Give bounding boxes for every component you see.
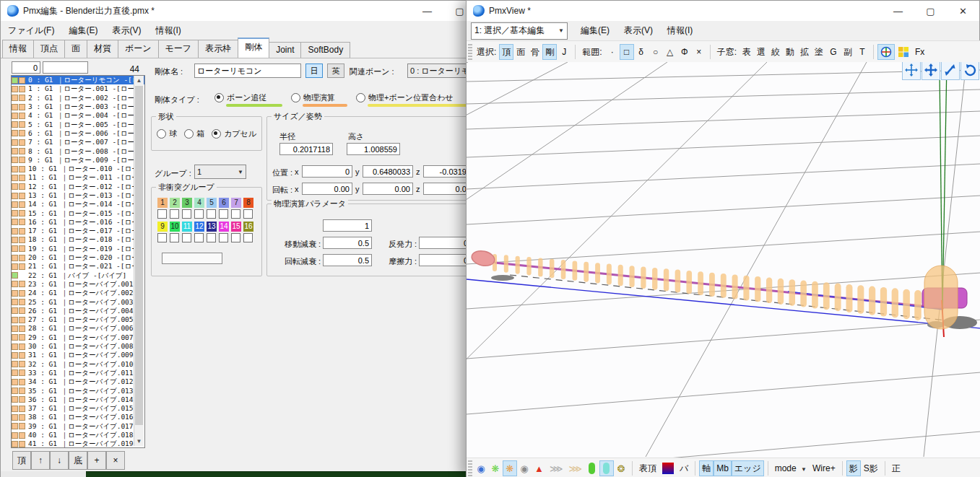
- rigidbody-list-item[interactable]: 25 : G1 ｜ローターバイブ.003 -: [12, 297, 144, 306]
- rigidbody-list-item[interactable]: 2 : G1 ｜ローター.002 -[ロー: [12, 94, 144, 102]
- childwin-button-絞[interactable]: 絞: [768, 44, 783, 60]
- point-gray-icon[interactable]: ◉: [517, 460, 532, 476]
- rigidbody-list-item[interactable]: 27 : G1 ｜ローターバイブ.005 -: [12, 315, 144, 324]
- menu-item-1[interactable]: 編集(E): [61, 22, 105, 40]
- select-button-剛[interactable]: 剛: [542, 44, 557, 60]
- shape-option-1[interactable]: 箱: [184, 128, 204, 139]
- range-button-□[interactable]: □: [620, 44, 634, 60]
- rigidbody-type-0[interactable]: ボーン追従: [214, 92, 267, 103]
- rigidbody-list-item[interactable]: 23 : G1 ｜ローターバイブ.001 -: [12, 280, 144, 289]
- name-en-button[interactable]: 英: [327, 64, 344, 78]
- range-button-δ[interactable]: δ: [634, 44, 649, 60]
- range-button-×[interactable]: ×: [692, 44, 706, 60]
- menu-item-2[interactable]: 表示(V): [105, 22, 148, 40]
- tab-モーフ[interactable]: モーフ: [158, 40, 199, 58]
- rigidbody-list-item[interactable]: 35 : G1 ｜ローターバイブ.013 -: [12, 386, 144, 395]
- edge-gray-icon[interactable]: ⋙: [547, 460, 566, 476]
- list-button-×[interactable]: ×: [106, 451, 125, 470]
- rigidbody-list-item[interactable]: 26 : G1 ｜ローターバイブ.004 -: [12, 307, 144, 315]
- rigidbody-list-item[interactable]: 4 : G1 ｜ローター.004 -[ロー: [12, 111, 144, 120]
- rigidbody-list-item[interactable]: 39 : G1 ｜ローターバイブ.017 -: [12, 422, 144, 431]
- view-pan-button[interactable]: [902, 62, 921, 80]
- shape-option-0[interactable]: 球: [157, 128, 177, 139]
- rigidbody-list-item[interactable]: 37 : G1 ｜ローターバイブ.015 -: [12, 404, 144, 413]
- pmx-edit-titlebar[interactable]: Pmx編集 - Blender出力直後.pmx * — ▢: [1, 1, 476, 21]
- tab-剛体[interactable]: 剛体: [238, 38, 269, 58]
- viewport-3d[interactable]: [467, 62, 980, 458]
- toggle-エッジ[interactable]: エッジ: [732, 460, 764, 476]
- rigidbody-type-1[interactable]: 物理演算: [291, 92, 335, 103]
- friction-input[interactable]: [419, 254, 471, 266]
- select-button-面[interactable]: 面: [513, 44, 528, 60]
- rigidbody-list-item[interactable]: 32 : G1 ｜ローターバイブ.010 -: [12, 360, 144, 369]
- noncollision-checkbox[interactable]: [194, 209, 204, 219]
- view-zoom-button[interactable]: [941, 62, 960, 80]
- shadow-S影[interactable]: S影: [861, 460, 881, 476]
- tab-面[interactable]: 面: [64, 40, 87, 58]
- front-view-button[interactable]: 正: [889, 460, 903, 476]
- tab-Joint[interactable]: Joint: [269, 42, 301, 58]
- noncollision-checkbox[interactable]: [182, 209, 191, 219]
- index-input[interactable]: [12, 61, 40, 74]
- pos-x-input[interactable]: [302, 165, 352, 178]
- range-button-○[interactable]: ○: [649, 44, 663, 60]
- toggle-軸[interactable]: 軸: [699, 460, 714, 476]
- rigidbody-list-item[interactable]: 9 : G1 ｜ローター.009 -[ロー: [12, 156, 144, 165]
- childwin-button-表[interactable]: 表: [740, 44, 754, 60]
- pmx-view-titlebar[interactable]: PmxView * — ▢ ✕: [467, 1, 979, 21]
- toggle-Mb[interactable]: Mb: [714, 460, 732, 476]
- vertex-point-icon[interactable]: ◉: [474, 460, 488, 476]
- rot-atten-input[interactable]: [323, 254, 372, 266]
- rigidbody-list-item[interactable]: 30 : G1 ｜ローターバイブ.008 -: [12, 342, 144, 351]
- list-button-頂[interactable]: 頂: [12, 451, 31, 470]
- rigidbody-list-item[interactable]: 0 : G1 ｜ローターリモコン -[ロ: [12, 76, 144, 84]
- list-scrollbar[interactable]: ▲ ▼: [134, 76, 144, 446]
- minimize-button[interactable]: —: [882, 1, 914, 21]
- vertex-orange-icon[interactable]: ❋: [503, 460, 517, 476]
- rigidbody-list-item[interactable]: 10 : G1 ｜ローター.010 -[ロー: [12, 165, 144, 173]
- scroll-thumb[interactable]: [135, 86, 143, 425]
- close-button[interactable]: ✕: [947, 1, 979, 21]
- rigidbody-list-item[interactable]: 1 : G1 ｜ローター.001 -[ロー: [12, 84, 144, 93]
- rigidbody-list-item[interactable]: 36 : G1 ｜ローターバイブ.014 -: [12, 395, 144, 404]
- noncollision-checkbox[interactable]: [194, 233, 204, 242]
- radius-input[interactable]: [279, 143, 333, 155]
- noncollision-checkbox[interactable]: [157, 233, 167, 242]
- material-color-button[interactable]: [659, 460, 677, 476]
- rigidbody-list-item[interactable]: 3 : G1 ｜ローター.003 -[ロー: [12, 102, 144, 111]
- height-input[interactable]: [347, 143, 400, 155]
- fx-label[interactable]: Fx: [915, 47, 924, 57]
- noncollision-checkbox[interactable]: [243, 233, 253, 242]
- tab-ボーン[interactable]: ボーン: [118, 40, 159, 58]
- quad-view-button[interactable]: [895, 44, 912, 60]
- move-atten-input[interactable]: [323, 237, 372, 249]
- childwin-button-G[interactable]: G: [826, 44, 841, 60]
- rigidbody-list-item[interactable]: 22 : G1 ｜バイブ -[バイブ]: [12, 271, 144, 280]
- childwin-button-副[interactable]: 副: [841, 44, 855, 60]
- rigidbody-icon[interactable]: [599, 460, 614, 476]
- menu-item-2[interactable]: 情報(I): [660, 22, 700, 40]
- list-button-↓[interactable]: ↓: [50, 451, 69, 470]
- mode-dropdown[interactable]: mode ▼: [775, 463, 807, 473]
- rigidbody-list-item[interactable]: 16 : G1 ｜ローター.016 -[ロー: [12, 218, 144, 227]
- select-button-頂[interactable]: 頂: [499, 44, 513, 60]
- tab-表示枠[interactable]: 表示枠: [198, 40, 238, 58]
- noncollision-checkbox[interactable]: [231, 233, 240, 242]
- scroll-up-icon[interactable]: ▲: [134, 76, 144, 85]
- name-jp-button[interactable]: 日: [305, 64, 323, 78]
- vertex-green-icon[interactable]: ❋: [488, 460, 503, 476]
- view-move-button[interactable]: [922, 62, 940, 80]
- range-button-Φ[interactable]: Φ: [677, 44, 692, 60]
- face-icon[interactable]: ▲: [532, 460, 547, 476]
- rigidbody-list-item[interactable]: 33 : G1 ｜ローターバイブ.011 -: [12, 369, 144, 377]
- select-button-骨[interactable]: 骨: [528, 44, 542, 60]
- childwin-button-動[interactable]: 動: [783, 44, 797, 60]
- rigidbody-list-item[interactable]: 12 : G1 ｜ローター.012 -[ロー: [12, 183, 144, 191]
- noncollision-checkbox[interactable]: [170, 233, 179, 242]
- rigidbody-list-item[interactable]: 41 : G1 ｜ローターバイブ.019 -: [12, 439, 144, 448]
- rigidbody-list-item[interactable]: 29 : G1 ｜ローターバイブ.007 -: [12, 333, 144, 342]
- noncollision-checkbox[interactable]: [207, 233, 216, 242]
- view-rotate-button[interactable]: [961, 62, 979, 80]
- rigidbody-list-item[interactable]: 11 : G1 ｜ローター.011 -[ロー: [12, 173, 144, 182]
- group-select[interactable]: 1 ▼: [194, 165, 246, 179]
